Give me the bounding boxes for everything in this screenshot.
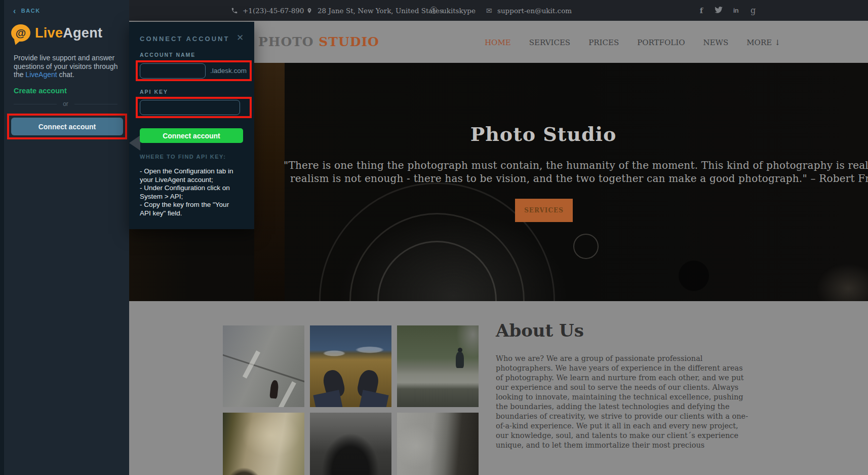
topbar-phone: +1(23)-45-67-890 [230, 0, 304, 21]
linkedin-icon[interactable]: in [732, 7, 740, 14]
back-label: BACK [21, 8, 41, 14]
nav-item-services[interactable]: SERVICES [529, 38, 570, 47]
brand-live: Live [35, 25, 63, 41]
api-key-input[interactable] [140, 100, 240, 115]
gallery-photo-portrait-hair[interactable] [397, 413, 479, 475]
logo-accent-text: STUDIO [319, 34, 379, 49]
api-key-label: API KEY [140, 89, 168, 95]
phone-icon [230, 7, 238, 14]
divider-line [14, 104, 57, 104]
social-links: f in g [697, 0, 757, 21]
highlight-box-api-key [136, 97, 252, 118]
topbar-skype: Ⓢ ukitskype [430, 0, 476, 21]
site-topbar: +1(23)-45-67-890 28 Jane St, New York, U… [129, 0, 868, 21]
or-divider: or [14, 100, 117, 107]
connect-account-panel: CONNECT ACCOUNT ✕ ACCOUNT NAME .ladesk.c… [129, 22, 254, 229]
domain-suffix: .ladesk.com [210, 67, 247, 75]
google-icon[interactable]: g [749, 6, 757, 15]
services-button[interactable]: SERVICES [515, 199, 573, 222]
facebook-icon[interactable]: f [697, 6, 705, 15]
or-label: or [63, 100, 68, 107]
leg-right [359, 390, 388, 407]
liveagent-bubble-icon: @ [11, 24, 30, 42]
topbar-skype-text: ukitskype [442, 7, 476, 15]
liveagent-brand-text: LiveAgent [35, 25, 102, 41]
chevron-down-icon: ↓ [774, 38, 781, 47]
help-instructions: - Open the Configuration tab in your Liv… [140, 167, 240, 217]
topbar-address-text: 28 Jane St, New York, United States [318, 7, 443, 15]
mail-icon: ✉ [485, 7, 493, 14]
about-title: About Us [496, 320, 584, 341]
account-name-input[interactable] [140, 63, 206, 79]
divider-line [74, 104, 117, 104]
nav-item-more[interactable]: MORE ↓ [746, 38, 780, 47]
camera-lens-shadow [679, 261, 709, 291]
brand-agent: Agent [63, 25, 102, 41]
location-pin-icon [305, 7, 313, 14]
highlight-box-account-name: .ladesk.com [136, 60, 252, 81]
nav-item-news[interactable]: NEWS [703, 38, 728, 47]
main-nav: HOME SERVICES PRICES PORTFOLIO NEWS MORE… [485, 38, 781, 47]
connect-account-button[interactable]: Connect account [11, 118, 123, 135]
help-step: - Open the Configuration tab in your Liv… [140, 167, 240, 184]
leg-left [313, 390, 343, 407]
nav-item-prices[interactable]: PRICES [588, 38, 619, 47]
back-button[interactable]: ‹ BACK [13, 8, 41, 14]
gallery-photo-portrait-light[interactable] [223, 413, 304, 475]
panel-pointer-arrow [129, 135, 140, 151]
topbar-email-text: support-en@ukit.com [497, 7, 572, 15]
create-account-link[interactable]: Create account [14, 87, 67, 95]
topbar-email: ✉ support-en@ukit.com [485, 0, 572, 21]
help-step: - Copy the key from the "Your API key" f… [140, 201, 240, 217]
close-icon[interactable]: ✕ [236, 32, 244, 43]
site-logo[interactable]: PHOTO STUDIO [258, 34, 379, 49]
gallery-photo-field[interactable] [310, 325, 391, 407]
road-stripe [275, 381, 296, 407]
hero-quote-line1: "There is one thing the photograph must … [284, 159, 868, 171]
topbar-phone-text: +1(23)-45-67-890 [243, 7, 304, 15]
liveagent-link[interactable]: LiveAgent [25, 70, 57, 79]
sidebar-description: Provide live support and answer question… [14, 54, 118, 79]
hero-title: Photo Studio [470, 123, 617, 145]
camera-lens-ring [573, 234, 599, 259]
help-step: - Under Configuration click on System > … [140, 184, 240, 201]
panel-title: CONNECT ACCOUNT [140, 35, 229, 43]
gallery-photo-road[interactable] [223, 325, 304, 407]
skype-icon: Ⓢ [430, 7, 438, 14]
help-title: WHERE TO FIND API KEY: [140, 154, 226, 160]
account-name-label: ACCOUNT NAME [140, 52, 195, 58]
hero-background-shelf [254, 63, 285, 301]
topbar-address: 28 Jane St, New York, United States [305, 0, 443, 21]
gallery-photo-portrait-dark[interactable] [310, 413, 391, 475]
sitting-person [456, 352, 464, 368]
road-stripe [243, 350, 260, 378]
nav-item-home[interactable]: HOME [485, 38, 511, 47]
liveagent-sidebar: ‹ BACK @ LiveAgent Provide live support … [0, 0, 129, 475]
nav-more-label: MORE [746, 38, 772, 47]
logo-primary-text: PHOTO [258, 34, 319, 49]
panel-connect-account-button[interactable]: Connect account [140, 128, 243, 143]
about-body-text: Who we are? We are a group of passionate… [496, 354, 749, 450]
liveagent-logo: @ LiveAgent [11, 24, 102, 42]
highlight-box-connect: Connect account [7, 114, 127, 139]
walking-man [269, 380, 279, 398]
chevron-left-icon: ‹ [13, 8, 17, 14]
nav-item-portfolio[interactable]: PORTFOLIO [637, 38, 685, 47]
hero-quote-line2: realism is not enough - there has to be … [290, 172, 868, 185]
gallery-photo-park[interactable] [397, 325, 479, 407]
about-section: About Us Who we are? We are a group of p… [129, 301, 868, 475]
twitter-icon[interactable] [715, 6, 723, 15]
description-suffix: chat. [57, 70, 74, 79]
